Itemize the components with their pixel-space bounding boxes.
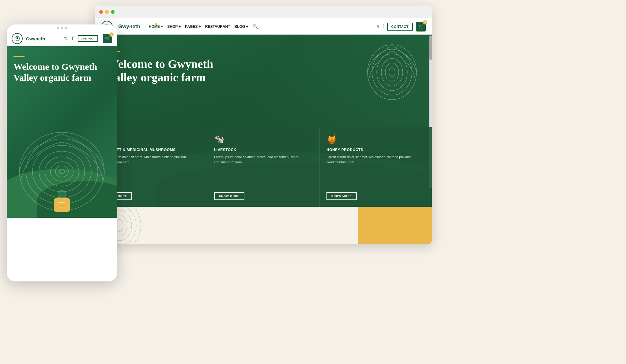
desktop-navbar: Gwyneth HOME + SHOP + PAGES + RESTAURANT…: [95, 18, 432, 35]
livestock-desc: Lorem ipsum dolor sit amet. Malesuada el…: [214, 154, 313, 165]
hero-title: Welcome to Gwyneth Valley organic farm: [107, 58, 224, 84]
mobile-cart-badge: 3: [109, 32, 114, 37]
status-dot-1: [57, 27, 59, 29]
desktop-nav-shop[interactable]: SHOP +: [167, 24, 181, 29]
desktop-hero: Welcome to Gwyneth Valley organic farm 🍄…: [95, 35, 432, 207]
mobile-hamburger-button[interactable]: [54, 198, 70, 212]
mobile-status-bar: [7, 24, 117, 31]
hamburger-line-1: [58, 202, 65, 203]
mobile-status-dots: [57, 27, 67, 29]
desktop-nav-pages[interactable]: PAGES +: [185, 24, 201, 29]
browser-scrollbar-thumb[interactable]: [429, 35, 432, 60]
browser-close-dot[interactable]: [99, 10, 103, 14]
mobile-cart-button[interactable]: 🛒 3: [103, 34, 112, 43]
livestock-icon: 🐄: [214, 134, 313, 144]
mobile-facebook-icon[interactable]: f: [72, 36, 74, 41]
svg-point-18: [39, 151, 85, 192]
desktop-nav-restaurant[interactable]: RESTAURANT: [205, 24, 230, 29]
svg-point-20: [51, 162, 74, 181]
mobile-device: Gwyneth 𝕏 f CONTACT 🛒 3 Welcome to Gwyne…: [7, 24, 117, 281]
mobile-hero-accent-bar: [13, 56, 25, 57]
desktop-cart-badge: 3: [423, 20, 427, 24]
hamburger-line-3: [58, 207, 65, 207]
svg-point-19: [45, 157, 79, 186]
honey-icon: 🍯: [326, 134, 425, 144]
desktop-nav-right: 𝕏 f CONTACT 🛒 3: [376, 22, 426, 32]
desktop-search-icon[interactable]: 🔍: [253, 24, 258, 29]
desktop-contact-button[interactable]: CONTACT: [387, 23, 413, 31]
desktop-browser-window: Gwyneth HOME + SHOP + PAGES + RESTAURANT…: [95, 6, 432, 244]
mobile-hero-title: Welcome to Gwyneth Valley organic farm: [13, 61, 110, 83]
desktop-brand-name: Gwyneth: [118, 24, 140, 30]
desktop-bottom-strip: [95, 207, 432, 244]
livestock-title: LIVESTOCK: [214, 148, 313, 152]
mobile-hero: Welcome to Gwyneth Valley organic farm: [7, 46, 117, 218]
livestock-know-more-button[interactable]: KNOW MORE: [214, 192, 244, 200]
svg-point-17: [32, 145, 91, 198]
mobile-logo: [12, 33, 23, 44]
svg-point-14: [17, 38, 18, 39]
status-dot-2: [61, 27, 63, 29]
honey-desc: Lorem ipsum dolor sit amet. Malesuada el…: [326, 154, 425, 165]
browser-minimize-dot[interactable]: [105, 10, 109, 14]
svg-point-22: [59, 169, 64, 174]
browser-chrome: [95, 6, 432, 18]
honey-know-more-button[interactable]: KNOW MORE: [326, 192, 357, 200]
desktop-nav-home[interactable]: HOME +: [149, 24, 163, 29]
svg-point-23: [58, 191, 66, 199]
desktop-nav-home-wrap: HOME +: [149, 24, 163, 29]
bottom-yellow-block: [358, 207, 432, 244]
mobile-twitter-icon[interactable]: 𝕏: [64, 36, 68, 42]
status-dot-3: [65, 27, 67, 29]
hero-content: Welcome to Gwyneth Valley organic farm: [107, 51, 420, 84]
browser-maximize-dot[interactable]: [111, 10, 115, 14]
desktop-twitter-icon[interactable]: 𝕏: [376, 24, 379, 29]
desktop-nav-blog[interactable]: BLOG +: [235, 24, 248, 29]
mobile-contact-button[interactable]: CONTACT: [78, 35, 98, 42]
svg-point-21: [55, 166, 69, 177]
feature-card-livestock: 🐄 LIVESTOCK Lorem ipsum dolor sit amet. …: [207, 127, 320, 207]
desktop-feature-cards: 🍄 GOURMET & MEDICINAL MUSHROOMS Lorem ip…: [95, 127, 432, 207]
feature-card-honey: 🍯 HONEY PRODUCTS Lorem ipsum dolor sit a…: [320, 127, 432, 207]
desktop-nav-links: HOME + SHOP + PAGES + RESTAURANT BLOG + …: [149, 24, 371, 29]
honey-title: HONEY PRODUCTS: [326, 148, 425, 152]
mobile-fingerprint-decoration: [13, 129, 111, 209]
desktop-facebook-icon[interactable]: f: [383, 24, 384, 29]
desktop-cart-button[interactable]: 🛒 3: [416, 22, 426, 32]
hamburger-line-2: [58, 205, 65, 205]
home-active-dot: [155, 23, 157, 25]
mobile-top-bar: Gwyneth 𝕏 f CONTACT 🛒 3: [7, 31, 117, 46]
mobile-brand-name: Gwyneth: [26, 36, 61, 41]
